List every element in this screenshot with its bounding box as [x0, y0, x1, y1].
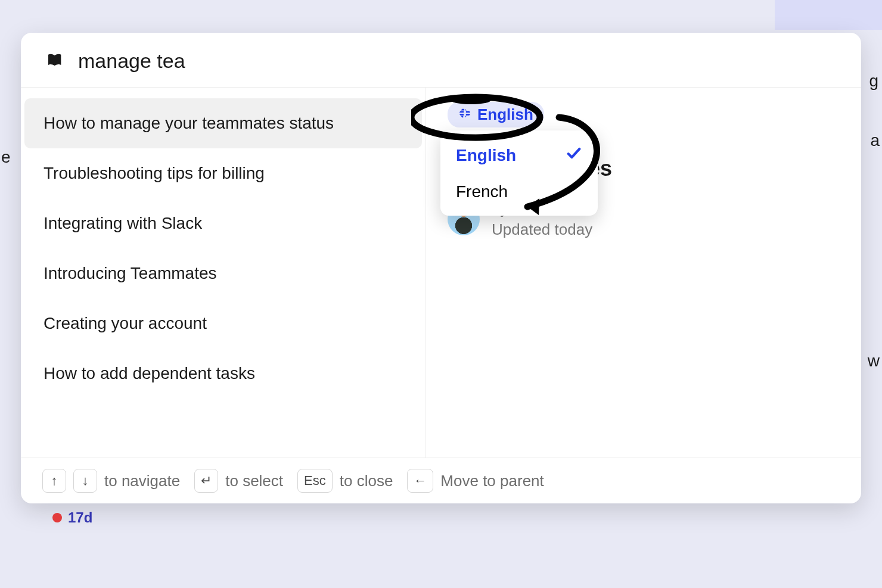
result-item[interactable]: Integrating with Slack: [21, 198, 426, 248]
arrow-up-key: ↑: [42, 469, 66, 493]
status-pill: 17d: [52, 509, 92, 526]
result-item[interactable]: How to add dependent tasks: [21, 349, 426, 399]
language-menu: English French: [440, 130, 598, 216]
status-dot-icon: [52, 513, 62, 522]
bg-text: w: [868, 351, 880, 371]
result-item[interactable]: Introducing Teammates: [21, 248, 426, 298]
result-item[interactable]: Creating your account: [21, 298, 426, 349]
result-item[interactable]: Troubleshooting tips for billing: [21, 148, 426, 198]
arrow-down-key: ↓: [73, 469, 97, 493]
bg-text: a: [870, 131, 880, 150]
globe-icon: [458, 105, 471, 124]
search-modal: manage tea How to manage your teammates …: [21, 33, 861, 503]
results-list: How to manage your teammates status Trou…: [21, 88, 426, 458]
status-text: 17d: [68, 509, 92, 526]
hint-select: to select: [225, 472, 283, 490]
book-icon: [46, 51, 65, 72]
language-selector[interactable]: English: [448, 102, 544, 127]
language-option-label: English: [456, 146, 516, 165]
hint-close: to close: [340, 472, 393, 490]
result-item[interactable]: How to manage your teammates status: [24, 98, 422, 148]
article-preview: English English French your teammates by…: [426, 88, 861, 458]
check-icon: [566, 145, 582, 166]
enter-key: ↵: [194, 469, 218, 493]
shortcut-hints: ↑ ↓ to navigate ↵ to select Esc to close…: [21, 458, 861, 503]
bg-text: g: [869, 71, 878, 91]
esc-key: Esc: [297, 469, 333, 493]
language-label: English: [477, 105, 533, 124]
language-option-english[interactable]: English: [440, 136, 598, 174]
updated-label: Updated today: [492, 219, 592, 240]
hint-parent: Move to parent: [440, 472, 544, 490]
bg-text: e: [1, 148, 11, 167]
language-option-french[interactable]: French: [440, 174, 598, 210]
hint-navigate: to navigate: [104, 472, 180, 490]
arrow-left-key: ←: [407, 469, 433, 493]
search-input[interactable]: manage tea: [78, 49, 185, 73]
search-header: manage tea: [21, 33, 861, 88]
language-option-label: French: [456, 182, 508, 201]
